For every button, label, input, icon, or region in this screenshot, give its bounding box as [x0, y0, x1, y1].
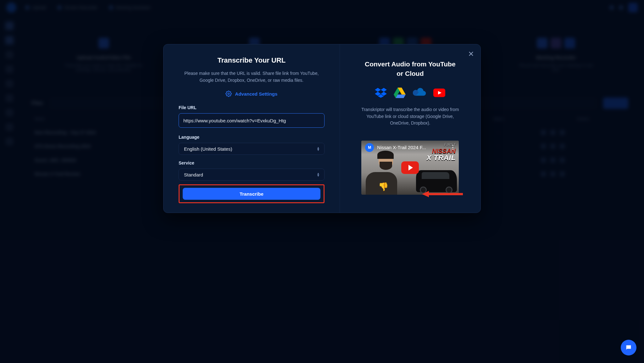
- google-drive-icon: [394, 87, 406, 98]
- modal-right-pane: Convert Audio from YouTube or Cloud: [340, 44, 480, 213]
- service-select[interactable]: Standard ▴▾: [179, 169, 325, 181]
- service-label: Service: [179, 160, 325, 165]
- chat-icon: [625, 344, 632, 351]
- modal-overlay: Transcribe Your URL Please make sure tha…: [0, 0, 644, 363]
- youtube-icon: [433, 87, 445, 98]
- onedrive-icon: [413, 87, 426, 98]
- advanced-settings-button[interactable]: Advanced Settings: [179, 91, 325, 97]
- modal-left-pane: Transcribe Your URL Please make sure tha…: [164, 44, 340, 213]
- close-icon: [469, 52, 473, 56]
- thumbnail-text-trail: X TRAIL: [427, 154, 456, 162]
- channel-avatar: M: [365, 143, 374, 152]
- svg-point-0: [228, 93, 230, 95]
- file-url-label: File URL: [179, 105, 325, 110]
- cloud-brand-icons: [351, 87, 469, 98]
- annotation-highlight: Transcribe: [179, 184, 325, 203]
- video-title: Nissan X-Trail 2024 F...: [377, 145, 426, 150]
- modal-description: Please make sure that the URL is valid. …: [179, 70, 325, 84]
- thumbs-down-icon: 👍: [378, 183, 387, 192]
- language-label: Language: [179, 135, 325, 140]
- language-select[interactable]: English (United States) ▴▾: [179, 143, 325, 155]
- chevron-updown-icon: ▴▾: [317, 147, 319, 151]
- transcribe-url-modal: Transcribe Your URL Please make sure tha…: [163, 44, 481, 213]
- service-value: Standard: [184, 172, 203, 177]
- right-description: Transkriptor will transcribe the audio o…: [351, 106, 469, 127]
- transcribe-button[interactable]: Transcribe: [183, 188, 320, 200]
- video-preview[interactable]: FIRST NISSAN X TRAIL 👍: [361, 141, 459, 195]
- file-url-input[interactable]: [179, 113, 325, 128]
- play-button[interactable]: [401, 161, 419, 174]
- right-title: Convert Audio from YouTube or Cloud: [351, 59, 469, 79]
- play-icon: [408, 165, 413, 170]
- modal-title: Transcribe Your URL: [179, 56, 325, 64]
- language-value: English (United States): [184, 146, 232, 152]
- video-more-icon: ⋮: [450, 144, 456, 151]
- chat-widget-button[interactable]: [621, 340, 636, 355]
- close-button[interactable]: [467, 50, 475, 58]
- gear-icon: [225, 91, 232, 97]
- dropbox-icon: [375, 87, 387, 98]
- chevron-updown-icon: ▴▾: [317, 172, 319, 177]
- advanced-settings-label: Advanced Settings: [235, 91, 277, 97]
